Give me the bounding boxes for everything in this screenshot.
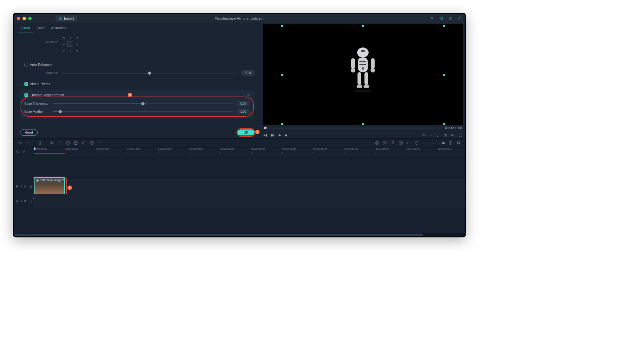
dir-nw[interactable]: ↖ <box>61 35 67 41</box>
track-add-icon[interactable] <box>16 149 20 153</box>
ruler-tick: 00:00:10:00 <box>96 148 109 150</box>
message-icon[interactable] <box>448 16 453 21</box>
scrub-prev[interactable]: ‹ <box>439 126 440 130</box>
edge-feather-slider[interactable] <box>53 111 233 112</box>
frame-back-icon[interactable]: ◂▮ <box>263 133 267 137</box>
svg-rect-35 <box>459 141 460 143</box>
track-visible-icon[interactable] <box>24 185 27 188</box>
dir-w[interactable]: ← <box>61 41 67 47</box>
svg-marker-28 <box>377 142 377 143</box>
preview-viewport[interactable] <box>263 24 463 125</box>
maximize-window-button[interactable] <box>28 17 32 20</box>
video-effects-checkbox[interactable] <box>24 82 28 86</box>
greenscreen-icon[interactable] <box>90 141 94 145</box>
svg-rect-36 <box>457 143 458 144</box>
zoom-out-icon[interactable] <box>415 141 419 145</box>
svg-point-21 <box>51 141 52 142</box>
auto-enhance-header[interactable]: ⌄ Auto Enhance <box>20 61 254 68</box>
mark-in-icon[interactable] <box>407 141 411 145</box>
crop-icon[interactable] <box>58 141 62 145</box>
reset-button[interactable]: Reset <box>20 129 38 136</box>
frame-forward-icon[interactable]: ▮▸ <box>271 133 275 137</box>
track-lanes[interactable]: Reference Image 2 1 <box>34 154 465 233</box>
svg-rect-18 <box>436 134 439 136</box>
edge-thickness-row: Edge Thickness: 0.00 <box>24 100 250 108</box>
keyframe-icon[interactable] <box>82 141 86 145</box>
support-icon[interactable] <box>439 16 443 21</box>
tab-animation[interactable]: Animation <box>48 23 70 33</box>
speed-icon[interactable] <box>66 141 70 145</box>
scrub-track[interactable] <box>264 128 436 129</box>
track-mute-icon[interactable] <box>24 199 27 203</box>
track-lane-spacer[interactable] <box>34 208 465 233</box>
share-icon[interactable] <box>458 16 462 21</box>
track-lane-empty[interactable] <box>34 154 465 179</box>
tab-color[interactable]: Color <box>33 23 48 33</box>
audio-track-lane[interactable] <box>34 194 465 208</box>
auto-enhance-checkbox[interactable] <box>24 63 28 66</box>
playhead[interactable] <box>34 148 34 154</box>
redo-icon[interactable] <box>26 141 30 145</box>
dir-se[interactable]: ↘ <box>74 47 80 53</box>
timeline-horizontal-scrollbar[interactable] <box>14 233 465 236</box>
volume-icon[interactable] <box>451 133 455 137</box>
dir-center[interactable]: ⬚ <box>68 41 73 47</box>
tab-video[interactable]: Video <box>18 23 33 33</box>
edge-thickness-slider[interactable] <box>53 104 233 104</box>
auto-enhance-section: ⌄ Auto Enhance Amount: 50.0 <box>20 61 254 78</box>
dir-e[interactable]: → <box>74 41 80 47</box>
account-icon[interactable] <box>430 16 434 21</box>
snapshot-icon[interactable] <box>443 133 447 137</box>
video-effects-header[interactable]: ⌄ Video Effects <box>20 80 254 88</box>
adjust-icon[interactable] <box>98 141 102 145</box>
edge-thickness-value[interactable]: 0.00 <box>237 101 250 106</box>
import-button[interactable]: Import <box>55 15 77 22</box>
scale-dropdown-icon[interactable]: ⌄ <box>429 133 432 137</box>
scrub-next[interactable]: › <box>441 126 442 130</box>
zoom-slider[interactable] <box>422 143 445 143</box>
record-icon[interactable] <box>391 141 395 145</box>
zoom-fit-icon[interactable] <box>456 141 460 145</box>
marker-icon[interactable] <box>383 141 387 145</box>
mixer-icon[interactable] <box>399 141 403 145</box>
zoom-in-icon[interactable] <box>448 141 453 145</box>
playhead-line[interactable] <box>34 154 34 233</box>
human-seg-checkbox[interactable] <box>24 93 28 97</box>
annotation-badge-1: 1 <box>68 185 72 190</box>
minimize-window-button[interactable] <box>23 17 26 20</box>
dir-sw[interactable]: ↙ <box>61 47 67 53</box>
preview-scale[interactable]: 1/2 <box>421 133 426 137</box>
undo-icon[interactable] <box>18 141 22 145</box>
video-track-lane[interactable]: Reference Image 2 1 <box>34 179 465 194</box>
amount-value[interactable]: 50.0 <box>241 70 254 76</box>
ok-button[interactable]: OK <box>237 129 254 135</box>
track-lock-icon[interactable] <box>29 199 32 203</box>
fullscreen-icon[interactable] <box>459 133 462 137</box>
link-icon[interactable] <box>22 149 26 153</box>
edge-feather-value[interactable]: 1.03 <box>237 109 250 114</box>
dir-s[interactable]: ↓ <box>68 47 73 53</box>
preview-timecode: 00:00:00:00 <box>445 126 462 130</box>
effect-close-button[interactable]: ✕ <box>247 93 250 97</box>
render-icon[interactable] <box>375 141 379 145</box>
dir-n[interactable]: ↑ <box>68 35 73 41</box>
track-gutter: 1 1 <box>14 154 34 233</box>
close-window-button[interactable] <box>17 17 20 20</box>
timeline-ruler[interactable]: 00:00:00:0000:00:05:0000:00:10:0000:00:1… <box>34 148 465 154</box>
scrub-thumb[interactable] <box>264 127 267 129</box>
svg-rect-39 <box>16 185 18 187</box>
amount-slider[interactable] <box>62 73 237 73</box>
split-icon[interactable] <box>50 141 54 145</box>
delete-icon[interactable] <box>38 141 42 145</box>
dir-ne[interactable]: ↗ <box>74 35 80 41</box>
scrollbar-thumb[interactable] <box>14 234 423 236</box>
render-preview-icon[interactable] <box>436 133 440 137</box>
play-icon[interactable]: ▶ <box>279 133 281 137</box>
timeline-clip[interactable]: Reference Image 2 <box>34 177 65 196</box>
panel-scroll-area[interactable]: Direction: ↖ ↑ ↗ ← ⬚ → ↙ ↓ ↘ <box>14 34 261 127</box>
track-lock-icon[interactable] <box>29 185 32 188</box>
stop-icon[interactable]: ■ <box>285 133 287 137</box>
ruler-tick: 00:01:00:00 <box>407 148 420 150</box>
svg-point-0 <box>431 17 433 18</box>
color-icon[interactable] <box>74 141 78 145</box>
